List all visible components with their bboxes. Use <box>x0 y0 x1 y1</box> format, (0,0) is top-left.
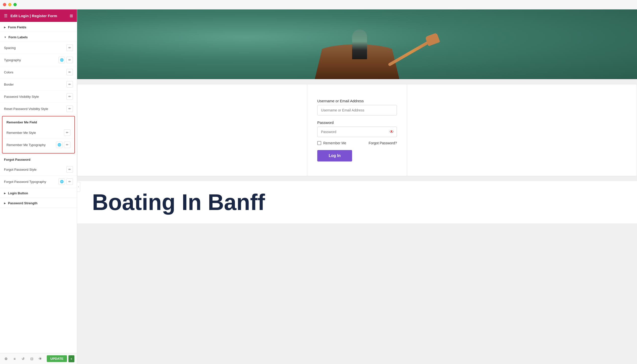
arrow-form-labels: ▼ <box>4 36 6 38</box>
spacing-edit-btn[interactable]: ✏ <box>66 44 73 51</box>
traffic-light-red[interactable] <box>3 3 6 6</box>
forgot-password-typography-globe-btn[interactable]: 🌐 <box>58 178 65 185</box>
update-plus-button[interactable]: + <box>68 355 74 362</box>
row-password-visibility-actions: ✏ <box>66 93 73 100</box>
row-forgot-password-typography: Forgot Password Typography 🌐 ✏ <box>0 176 77 188</box>
forgot-password-typography-label: Forgot Password Typography <box>4 180 46 184</box>
sidebar: ☰ Edit Login | Register Form ⊞ ▶ Form Fi… <box>0 10 77 364</box>
login-center-panel: Username or Email Address Password 👁 Rem… <box>307 84 407 176</box>
forgot-password-typography-edit-btn[interactable]: ✏ <box>66 178 73 185</box>
row-reset-password-visibility-actions: ✏ <box>66 106 73 112</box>
password-wrapper: 👁 <box>317 127 397 137</box>
remember-me-field-header: Remember Me Field <box>2 118 74 127</box>
arrow-password-strength: ▶ <box>4 202 6 204</box>
row-spacing: Spacing ✏ <box>0 42 77 54</box>
remember-me-style-edit-btn[interactable]: ✏ <box>64 130 70 136</box>
colors-edit-btn[interactable]: ✏ <box>66 69 73 76</box>
row-spacing-actions: ✏ <box>66 44 73 51</box>
row-forgot-password-style: Forgot Password Style ✏ <box>0 164 77 176</box>
row-password-visibility-style: Password Visibility Style ✏ <box>0 90 77 103</box>
forgot-password-typography-actions: 🌐 ✏ <box>58 178 73 185</box>
sidebar-title: Edit Login | Register Form <box>10 14 57 18</box>
remember-me-style-label: Remember Me Style <box>6 131 36 134</box>
row-spacing-label: Spacing <box>4 46 16 50</box>
eye-toggle-icon[interactable]: 👁 <box>390 130 394 134</box>
password-visibility-edit-btn[interactable]: ✏ <box>66 93 73 100</box>
login-right-panel <box>407 84 637 176</box>
forgot-password-style-label: Forgot Password Style <box>4 168 36 172</box>
row-border-actions: ✏ <box>66 81 73 88</box>
collapse-handle[interactable]: ‹ <box>77 182 80 192</box>
row-reset-password-visibility-label: Reset Password Visibility Style <box>4 107 48 111</box>
remember-me-typography-actions: 🌐 ✏ <box>56 142 70 148</box>
forgot-password-style-actions: ✏ <box>66 166 73 173</box>
remember-row: Remember Me Forgot Password? <box>317 141 397 145</box>
row-typography-label: Typography <box>4 58 21 62</box>
login-left-panel <box>78 84 307 176</box>
titlebar <box>0 0 637 10</box>
main-content: Username or Email Address Password 👁 Rem… <box>77 10 637 364</box>
username-label: Username or Email Address <box>317 99 397 103</box>
row-border: Border ✏ <box>0 78 77 90</box>
row-colors-label: Colors <box>4 70 14 74</box>
layers-icon-btn[interactable]: ≡ <box>11 355 18 362</box>
remember-me-typography-label: Remember Me Typography <box>6 143 46 147</box>
boating-section: Boating In Banff <box>77 181 637 224</box>
history-icon-btn[interactable]: ↺ <box>20 355 26 362</box>
border-edit-btn[interactable]: ✏ <box>66 81 73 88</box>
username-input[interactable] <box>317 105 397 116</box>
section-header-password-strength[interactable]: ▶ Password Strength <box>0 198 77 208</box>
row-remember-me-typography: Remember Me Typography 🌐 ✏ <box>2 139 74 151</box>
hamburger-icon[interactable]: ☰ <box>4 14 8 18</box>
sidebar-header: ☰ Edit Login | Register Form ⊞ <box>0 10 77 22</box>
forgot-password-style-edit-btn[interactable]: ✏ <box>66 166 73 173</box>
row-typography-actions: 🌐 ✏ <box>58 57 73 63</box>
hero-image <box>77 10 637 79</box>
grid-icon[interactable]: ⊞ <box>70 14 73 18</box>
boating-title: Boating In Banff <box>92 191 622 214</box>
row-remember-me-style: Remember Me Style ✏ <box>2 127 74 139</box>
remember-me-typography-edit-btn[interactable]: ✏ <box>64 142 70 148</box>
row-password-visibility-label: Password Visibility Style <box>4 95 39 98</box>
typography-globe-btn[interactable]: 🌐 <box>58 57 65 63</box>
typography-edit-btn[interactable]: ✏ <box>66 57 73 63</box>
eye-preview-btn[interactable]: 👁 <box>37 355 44 362</box>
forgot-password-header: Forgot Password <box>0 154 77 164</box>
row-typography: Typography 🌐 ✏ <box>0 54 77 66</box>
login-section: Username or Email Address Password 👁 Rem… <box>77 84 637 176</box>
remember-me-section: Remember Me Field Remember Me Style ✏ Re… <box>2 116 75 154</box>
reset-password-visibility-edit-btn[interactable]: ✏ <box>66 106 73 112</box>
section-header-form-labels[interactable]: ▼ Form Labels <box>0 32 77 42</box>
login-button[interactable]: Log In <box>317 150 352 162</box>
forgot-password-link[interactable]: Forgot Password? <box>368 141 397 145</box>
traffic-light-green[interactable] <box>14 3 17 6</box>
section-header-login-button[interactable]: ▶ Login Button <box>0 188 77 198</box>
remember-me-label: Remember Me <box>323 141 346 145</box>
remember-me-checkbox[interactable] <box>317 141 321 145</box>
password-label: Password <box>317 120 397 125</box>
remember-me-style-actions: ✏ <box>64 130 70 136</box>
row-colors: Colors ✏ <box>0 66 77 78</box>
password-input[interactable] <box>317 127 397 137</box>
row-border-label: Border <box>4 82 14 86</box>
remember-me-typography-globe-btn[interactable]: 🌐 <box>56 142 62 148</box>
update-button[interactable]: UPDATE <box>47 355 67 362</box>
traffic-light-yellow[interactable] <box>8 3 12 6</box>
arrow-form-fields: ▶ <box>4 26 6 28</box>
row-reset-password-visibility-style: Reset Password Visibility Style ✏ <box>0 103 77 115</box>
section-header-form-fields[interactable]: ▶ Form Fields <box>0 22 77 32</box>
arrow-login-button: ▶ <box>4 192 6 194</box>
settings-icon-btn[interactable]: ⚙ <box>2 355 10 362</box>
sidebar-toolbar: ⚙ ≡ ↺ ⊡ 👁 UPDATE + <box>0 353 77 364</box>
row-colors-actions: ✏ <box>66 69 73 76</box>
sidebar-content: ▶ Form Fields ▼ Form Labels Spacing ✏ <box>0 22 77 353</box>
template-icon-btn[interactable]: ⊡ <box>28 355 35 362</box>
